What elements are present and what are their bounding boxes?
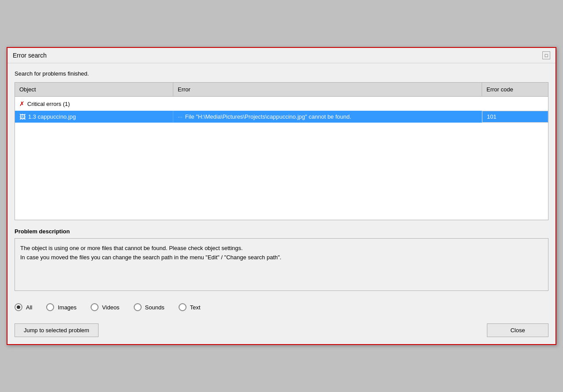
object-name: 1.3 cappuccino.jpg [28,113,76,120]
radio-label-images: Images [58,304,77,311]
error-code: 101 [487,113,497,120]
radio-circle-sounds [134,303,142,311]
error-table: Object Error Error code ✗ Critical error… [15,82,548,220]
dialog-title: Error search [13,52,47,59]
problem-description-title: Problem description [15,225,548,236]
radio-label-videos: Videos [102,304,120,311]
status-text: Search for problems finished. [15,70,548,77]
filter-radio-group: All Images Videos Sounds Text [15,296,548,315]
column-error-code: Error code [482,83,548,96]
error-code-cell: 101 [482,111,548,123]
close-underline-c: C [510,327,514,334]
column-error: Error [173,83,482,96]
title-bar: Error search □ [7,48,556,63]
radio-text[interactable]: Text [179,303,201,311]
image-file-icon: 🖼 [19,113,26,120]
description-box: The object is using one or more files th… [15,238,548,291]
error-search-dialog: Error search □ Search for problems finis… [7,47,556,345]
dialog-content: Search for problems finished. Object Err… [7,63,556,344]
radio-circle-text [179,303,186,311]
problem-description-section: Problem description The object is using … [15,225,548,291]
button-row: Jump to selected problem Close [15,320,548,344]
error-cell: ··· File "H:\Media\Pictures\Projects\cap… [173,111,482,123]
radio-images[interactable]: Images [46,303,77,311]
column-object: Object [15,83,173,96]
table-body: ✗ Critical errors (1) 🖼 1.3 cappuccino.j… [15,97,548,220]
group-label: Critical errors (1) [27,101,70,107]
critical-icon: ✗ [19,100,25,107]
error-dots-icon: ··· [178,113,183,120]
group-row-cell: ✗ Critical errors (1) [15,98,548,109]
radio-circle-all [15,303,22,311]
object-cell: 🖼 1.3 cappuccino.jpg [15,111,173,123]
radio-label-text: Text [190,304,201,311]
close-button-label: Close [510,327,525,334]
table-header: Object Error Error code [15,83,548,97]
description-line2: In case you moved the files you can chan… [20,253,543,262]
maximize-button[interactable]: □ [542,51,550,59]
radio-circle-images [46,303,54,311]
error-message: File "H:\Media\Pictures\Projects\cappucc… [185,113,351,120]
jump-to-problem-button[interactable]: Jump to selected problem [15,323,99,337]
radio-sounds[interactable]: Sounds [134,303,165,311]
radio-videos[interactable]: Videos [91,303,120,311]
radio-all[interactable]: All [15,303,32,311]
description-line1: The object is using one or more files th… [20,244,543,253]
radio-label-sounds: Sounds [145,304,165,311]
radio-circle-videos [91,303,99,311]
radio-label-all: All [26,304,32,311]
table-row[interactable]: 🖼 1.3 cappuccino.jpg ··· File "H:\Media\… [15,111,548,123]
title-bar-controls: □ [542,51,550,59]
group-row-critical: ✗ Critical errors (1) [15,97,548,111]
close-label-suffix: lose [515,327,525,334]
close-button[interactable]: Close [487,323,548,337]
